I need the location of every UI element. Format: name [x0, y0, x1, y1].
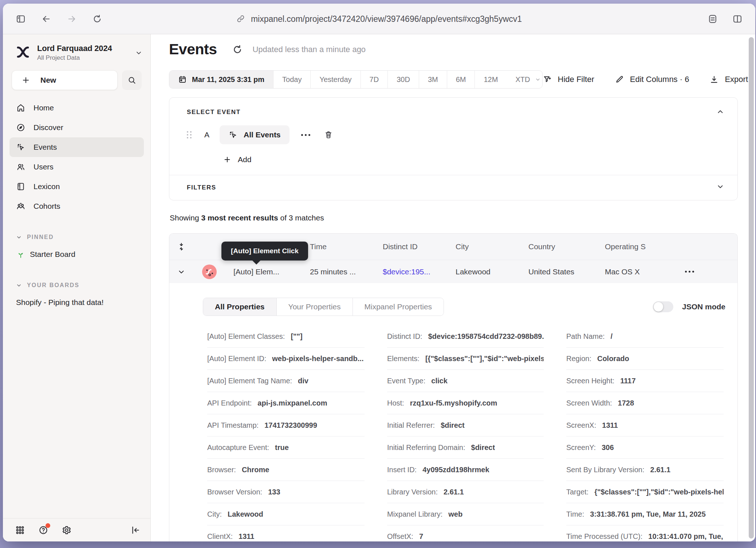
sidebar-item-users[interactable]: Users — [9, 157, 144, 177]
forward-icon[interactable] — [66, 13, 77, 24]
range-preset-button[interactable]: 3M — [419, 71, 447, 88]
event-selector-pill[interactable]: All Events — [220, 125, 290, 144]
add-event-button[interactable]: Add — [223, 155, 720, 164]
more-icon[interactable] — [298, 130, 314, 140]
date-picker-button[interactable]: Mar 11, 2025 3:31 pm — [169, 71, 273, 88]
row-country: United States — [528, 267, 605, 276]
reload-icon[interactable] — [92, 13, 103, 24]
properties-column-1: [Auto] Element Classes: [""] [Auto] Elem… — [207, 325, 365, 541]
property-label: ScreenX: — [566, 421, 596, 430]
column-header-city[interactable]: City — [456, 242, 528, 251]
chevron-down-icon[interactable] — [716, 183, 724, 191]
address-bar[interactable]: mixpanel.com/project/3472420/view/397469… — [236, 14, 522, 24]
range-preset-button[interactable]: 6M — [447, 71, 475, 88]
property-row: [Auto] Element Tag Name: div — [207, 370, 365, 392]
apps-grid-icon[interactable] — [14, 524, 26, 536]
property-row: ScreenX: 1311 — [566, 414, 724, 437]
column-header-os[interactable]: Operating S — [605, 242, 674, 251]
chevron-up-icon[interactable] — [716, 108, 724, 116]
json-mode-toggle[interactable] — [653, 301, 673, 312]
property-value: 3:31:38.761 pm, Tue, Mar 11, 2025 — [590, 510, 706, 518]
help-icon[interactable] — [37, 524, 50, 536]
property-row: Distinct ID: $device:1958754cdd7232-098b… — [387, 325, 544, 348]
trash-icon[interactable] — [320, 127, 336, 143]
board-item-label: Shopify - Piping that data! — [16, 298, 104, 307]
refresh-icon[interactable] — [232, 44, 243, 55]
pinned-section-header[interactable]: PINNED — [9, 230, 144, 244]
vertical-scrollbar[interactable] — [749, 37, 754, 539]
filters-label: FILTERS — [187, 184, 720, 191]
range-preset-button[interactable]: Today — [273, 71, 311, 88]
sidebar-item-discover[interactable]: Discover — [9, 118, 144, 137]
workspace-switcher[interactable]: Lord Farquaad 2024 All Project Data — [3, 34, 150, 65]
hide-filter-button[interactable]: Hide Filter — [543, 75, 594, 84]
range-preset-xtd-button[interactable]: XTD — [507, 71, 542, 88]
tab-all-properties[interactable]: All Properties — [203, 298, 277, 316]
property-row: Region: Colorado — [566, 348, 724, 370]
property-value: web-pixels-helper-sandb... — [272, 355, 363, 363]
tab-your-properties[interactable]: Your Properties — [277, 298, 353, 316]
range-preset-button[interactable]: 12M — [475, 71, 507, 88]
gear-icon[interactable] — [60, 524, 73, 536]
property-label: ClientX: — [207, 532, 233, 541]
property-value: Chrome — [242, 466, 269, 474]
tab-mixpanel-properties[interactable]: Mixpanel Properties — [353, 298, 444, 316]
property-label: ScreenY: — [566, 443, 596, 452]
collapse-rows-icon[interactable] — [169, 242, 193, 251]
split-view-icon[interactable] — [732, 13, 743, 24]
property-value: div — [298, 377, 308, 385]
back-icon[interactable] — [41, 13, 52, 24]
property-row: Mixpanel Library: web — [387, 503, 544, 525]
new-button[interactable]: New — [12, 70, 118, 90]
sidebar-item-label: Cohorts — [34, 202, 60, 211]
property-value: 1117 — [620, 377, 635, 385]
sidebar-item-shopify-board[interactable]: Shopify - Piping that data! — [9, 293, 144, 312]
property-label: Browser Version: — [207, 488, 262, 496]
edit-columns-button[interactable]: Edit Columns · 6 — [615, 75, 689, 84]
row-more-icon[interactable] — [681, 267, 737, 276]
property-value[interactable]: $device:1958754cdd7232-098b89... — [428, 332, 544, 341]
drag-handle-icon[interactable] — [187, 131, 192, 138]
property-label: Path Name: — [566, 332, 605, 341]
property-value: true — [275, 443, 289, 452]
url-text: mixpanel.com/project/3472420/view/397469… — [251, 14, 522, 24]
property-label: Autocapture Event: — [207, 443, 269, 452]
search-button[interactable] — [122, 70, 142, 90]
property-value: Colorado — [597, 355, 629, 363]
row-expand-chevron[interactable] — [169, 268, 193, 276]
property-value[interactable]: rzq1xu-f5.myshopify.com — [410, 399, 497, 407]
cursor-click-icon — [228, 130, 238, 140]
range-preset-button[interactable]: 30D — [388, 71, 419, 88]
properties-tabs: All Properties Your Properties Mixpanel … — [203, 298, 444, 316]
row-distinct-id[interactable]: $device:195... — [383, 267, 456, 276]
your-boards-section-header[interactable]: YOUR BOARDS — [9, 278, 144, 293]
property-row: [Auto] Element ID: web-pixels-helper-san… — [207, 348, 365, 370]
property-value: 4y095zdd198hrmek — [422, 466, 489, 474]
sidebar-toggle-icon[interactable] — [15, 13, 26, 24]
range-preset-button[interactable]: Yesterday — [311, 71, 361, 88]
column-header-time[interactable]: Time — [310, 242, 383, 251]
sidebar-item-home[interactable]: Home — [9, 98, 144, 118]
property-label: Distinct ID: — [387, 332, 422, 341]
workspace-name: Lord Farquaad 2024 — [37, 44, 129, 53]
event-pill-label: All Events — [244, 130, 281, 139]
property-row: Time: 3:31:38.761 pm, Tue, Mar 11, 2025 — [566, 503, 724, 525]
sidebar-item-cohorts[interactable]: Cohorts — [9, 196, 144, 216]
collapse-sidebar-icon[interactable] — [129, 524, 142, 536]
export-button[interactable]: Export — [709, 75, 748, 84]
plus-icon — [21, 76, 30, 85]
select-event-label: SELECT EVENT — [187, 109, 720, 116]
property-value[interactable]: api-js.mixpanel.com — [257, 399, 327, 407]
property-row: Screen Height: 1117 — [566, 370, 724, 392]
sidebar-item-starter-board[interactable]: Starter Board — [9, 244, 144, 264]
row-event-name[interactable]: [Auto] Elem... — [233, 267, 310, 276]
range-preset-button[interactable]: 7D — [361, 71, 388, 88]
column-header-distinct-id[interactable]: Distinct ID — [383, 242, 456, 251]
column-header-country[interactable]: Country — [528, 242, 605, 251]
property-value: [{"$classes":[""],"$id":"web-pixels-... — [425, 355, 544, 363]
property-label: Screen Width: — [566, 399, 612, 407]
sidebar-item-events[interactable]: Events — [9, 137, 144, 157]
property-row: Target: {"$classes":[""],"$id":"web-pixe… — [566, 481, 724, 503]
page-settings-icon[interactable] — [707, 13, 718, 24]
sidebar-item-lexicon[interactable]: Lexicon — [9, 177, 144, 196]
